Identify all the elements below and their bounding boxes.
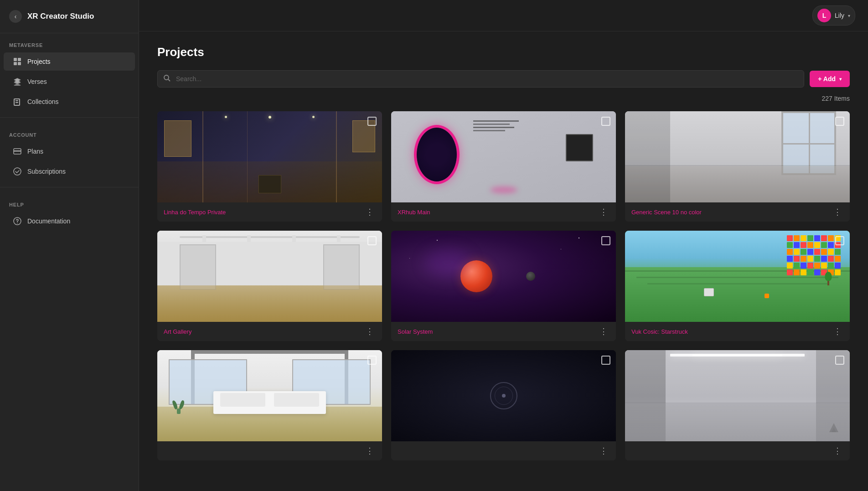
app-title: XR Creator Studio xyxy=(27,12,94,21)
project-menu-button-3[interactable]: ⋮ xyxy=(832,208,843,216)
card-checkbox-3[interactable] xyxy=(835,117,844,126)
project-card-2[interactable]: XRhub Main ⋮ xyxy=(391,111,616,222)
checkmark-circle-icon xyxy=(13,167,22,176)
card-checkbox-6[interactable] xyxy=(835,236,844,245)
svg-rect-2 xyxy=(14,62,17,65)
sidebar: ‹ XR Creator Studio METAVERSE Projects V… xyxy=(0,0,139,491)
card-checkbox-1[interactable] xyxy=(367,117,377,126)
project-card-6[interactable]: Vuk Cosic: Starstruck ⋮ xyxy=(625,231,850,341)
main-content: L Lily ▾ Projects + Add ▾ xyxy=(139,0,868,491)
content-area: Projects + Add ▾ 227 Items xyxy=(139,31,868,491)
project-card-8[interactable]: ⋮ xyxy=(391,350,616,460)
project-thumbnail-2 xyxy=(391,111,616,202)
user-profile[interactable]: L Lily ▾ xyxy=(812,5,855,26)
card-checkbox-4[interactable] xyxy=(367,236,377,245)
search-add-row: + Add ▾ xyxy=(157,70,850,88)
project-menu-button-4[interactable]: ⋮ xyxy=(364,327,376,336)
project-thumbnail-5 xyxy=(391,231,616,322)
project-name-4: Art Gallery xyxy=(164,328,364,335)
project-name-6: Vuk Cosic: Starstruck xyxy=(631,328,832,335)
project-menu-button-6[interactable]: ⋮ xyxy=(832,327,843,336)
card-checkbox-7[interactable] xyxy=(367,356,377,365)
project-thumbnail-1 xyxy=(157,111,382,202)
sidebar-divider-1 xyxy=(0,117,139,118)
sidebar-item-plans-label: Plans xyxy=(27,148,43,155)
svg-point-5 xyxy=(14,168,21,175)
page-title: Projects xyxy=(157,45,850,59)
svg-line-9 xyxy=(168,79,170,81)
sidebar-item-verses[interactable]: Verses xyxy=(4,72,135,91)
project-name-1: Linha do Tempo Private xyxy=(164,209,364,216)
sidebar-item-projects-label: Projects xyxy=(27,58,51,65)
project-footer-3: Generic Scene 10 no color ⋮ xyxy=(625,202,850,222)
user-name: Lily xyxy=(835,12,844,19)
sidebar-item-projects[interactable]: Projects xyxy=(4,52,135,71)
project-footer-2: XRhub Main ⋮ xyxy=(391,202,616,222)
sidebar-item-documentation-label: Documentation xyxy=(27,217,70,225)
projects-grid: Linha do Tempo Private ⋮ xyxy=(157,111,850,460)
project-menu-button-2[interactable]: ⋮ xyxy=(598,208,610,216)
sidebar-back-button[interactable]: ‹ xyxy=(9,10,22,23)
svg-point-7 xyxy=(17,223,18,224)
project-menu-button-7[interactable]: ⋮ xyxy=(364,447,376,455)
sidebar-item-plans[interactable]: Plans xyxy=(4,142,135,160)
project-menu-button-1[interactable]: ⋮ xyxy=(364,208,376,216)
sidebar-header: ‹ XR Creator Studio xyxy=(0,0,139,33)
project-card-5[interactable]: Solar System ⋮ xyxy=(391,231,616,341)
add-button-label: + Add xyxy=(818,75,836,83)
sidebar-section-account: ACCOUNT xyxy=(0,123,139,141)
sidebar-divider-2 xyxy=(0,187,139,187)
search-container xyxy=(157,70,804,88)
project-name-5: Solar System xyxy=(398,328,598,335)
project-thumbnail-3 xyxy=(625,111,850,202)
card-checkbox-8[interactable] xyxy=(601,356,610,365)
project-footer-6: Vuk Cosic: Starstruck ⋮ xyxy=(625,322,850,341)
svg-rect-0 xyxy=(14,58,17,61)
project-menu-button-9[interactable]: ⋮ xyxy=(832,447,843,455)
project-card-9[interactable]: ⋮ xyxy=(625,350,850,460)
add-button[interactable]: + Add ▾ xyxy=(810,71,850,87)
sidebar-item-verses-label: Verses xyxy=(27,78,47,85)
project-name-3: Generic Scene 10 no color xyxy=(631,209,832,216)
sidebar-item-documentation[interactable]: Documentation xyxy=(4,212,135,230)
question-circle-icon xyxy=(13,217,22,226)
project-card-7[interactable]: ⋮ xyxy=(157,350,382,460)
sidebar-item-subscriptions-label: Subscriptions xyxy=(27,168,66,175)
project-footer-4: Art Gallery ⋮ xyxy=(157,322,382,341)
project-card-4[interactable]: Art Gallery ⋮ xyxy=(157,231,382,341)
project-footer-8: ⋮ xyxy=(391,441,616,460)
project-thumbnail-9 xyxy=(625,350,850,441)
project-footer-5: Solar System ⋮ xyxy=(391,322,616,341)
items-count: 227 Items xyxy=(157,95,850,102)
svg-rect-1 xyxy=(18,58,21,61)
project-menu-button-8[interactable]: ⋮ xyxy=(598,447,610,455)
creditcard-icon xyxy=(13,147,22,156)
sidebar-section-help: HELP xyxy=(0,193,139,211)
svg-point-8 xyxy=(164,75,169,80)
project-footer-7: ⋮ xyxy=(157,441,382,460)
chevron-down-icon: ▾ xyxy=(848,13,850,18)
sidebar-item-subscriptions[interactable]: Subscriptions xyxy=(4,162,135,181)
card-checkbox-5[interactable] xyxy=(601,236,610,245)
card-checkbox-2[interactable] xyxy=(601,117,610,126)
project-card-1[interactable]: Linha do Tempo Private ⋮ xyxy=(157,111,382,222)
search-input[interactable] xyxy=(157,70,804,88)
project-card-3[interactable]: Generic Scene 10 no color ⋮ xyxy=(625,111,850,222)
sidebar-section-metaverse: METAVERSE xyxy=(0,33,139,52)
project-thumbnail-7 xyxy=(157,350,382,441)
topbar: L Lily ▾ xyxy=(139,0,868,31)
sidebar-item-collections-label: Collections xyxy=(27,98,58,105)
project-thumbnail-8 xyxy=(391,350,616,441)
project-footer-1: Linha do Tempo Private ⋮ xyxy=(157,202,382,222)
card-checkbox-9[interactable] xyxy=(835,356,844,365)
sidebar-item-collections[interactable]: Collections xyxy=(4,93,135,111)
add-chevron-icon: ▾ xyxy=(839,77,842,82)
project-name-2: XRhub Main xyxy=(398,209,598,216)
project-thumbnail-4 xyxy=(157,231,382,322)
project-footer-9: ⋮ xyxy=(625,441,850,460)
grid-icon xyxy=(13,57,22,66)
book-icon xyxy=(13,97,22,106)
project-menu-button-5[interactable]: ⋮ xyxy=(598,327,610,336)
avatar: L xyxy=(817,9,831,22)
svg-rect-3 xyxy=(18,62,21,65)
